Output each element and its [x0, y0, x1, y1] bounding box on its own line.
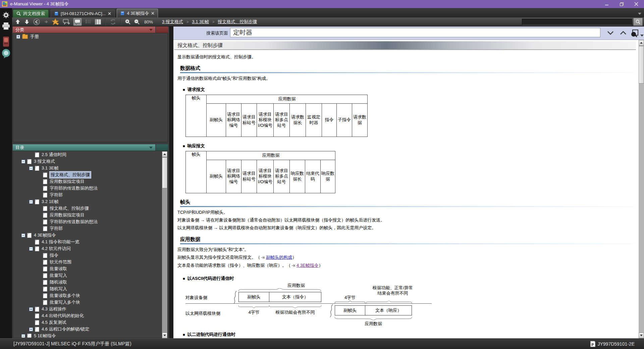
app-data-line1: 应用数据大致分为“副帧头”和“文本”。	[177, 247, 639, 253]
chevron-down-icon[interactable]	[640, 32, 644, 38]
find-next-icon[interactable]	[607, 30, 614, 37]
category-header-label: 分类	[15, 27, 24, 33]
page-icon	[43, 253, 47, 258]
app-icon	[2, 1, 7, 7]
copy-page-icon[interactable]	[630, 29, 639, 39]
chat-icon[interactable]	[2, 48, 10, 60]
toc-item[interactable]: 应用数据指定项目	[13, 212, 162, 218]
show-notes-icon[interactable]	[73, 18, 82, 26]
link-3e-frame-commands[interactable]: 4 3E帧指令	[297, 263, 319, 268]
find-prev-icon[interactable]	[620, 30, 627, 37]
table-cell: 指令	[322, 103, 337, 137]
category-item-manual[interactable]: 手册	[13, 33, 168, 40]
close-icon[interactable]	[151, 12, 154, 15]
toc-item[interactable]: 报文格式、控制步骤	[13, 205, 162, 212]
down-arrow-icon[interactable]	[24, 19, 30, 25]
up-arrow-icon[interactable]	[15, 19, 21, 25]
add-bookmark-icon[interactable]	[52, 18, 60, 26]
toc-item[interactable]: 4.2 软元件访问	[13, 245, 162, 252]
tab-cross-document-search[interactable]: 跨文档搜索	[13, 9, 49, 17]
zoom-out-icon[interactable]	[134, 19, 140, 25]
page-icon	[43, 193, 47, 198]
back-icon[interactable]	[33, 18, 40, 26]
toc-item[interactable]: 4.3 远程操作	[13, 306, 162, 312]
restore-button[interactable]	[619, 1, 625, 7]
toc-item[interactable]: 3 报文格式	[13, 158, 162, 165]
toc-item[interactable]: 4.1 指令和功能一览	[13, 239, 162, 245]
toc-item[interactable]: 随机读取	[13, 279, 162, 286]
close-icon[interactable]	[108, 12, 111, 15]
toc-item[interactable]: 软元件范围	[13, 259, 162, 265]
table-cell: 子指令	[337, 103, 352, 137]
expand-icon[interactable]	[16, 35, 20, 39]
toc-item[interactable]: 指令	[13, 252, 162, 259]
toc-item[interactable]: 5 1E帧指令	[13, 333, 162, 338]
scroll-down-button[interactable]	[639, 333, 644, 338]
expand-icon[interactable]	[29, 307, 33, 311]
toc-item[interactable]: 随机写入	[13, 286, 162, 292]
tab-document-1[interactable]: [SH-081271CHN-AC]...	[51, 9, 115, 17]
toc-scrollbar[interactable]	[162, 151, 167, 338]
collapse-icon[interactable]	[29, 200, 33, 204]
collapse-icon[interactable]	[21, 334, 25, 338]
refresh-icon[interactable]	[109, 18, 117, 25]
scroll-down-button[interactable]	[162, 333, 167, 338]
printer-icon[interactable]	[2, 22, 10, 32]
minimize-button[interactable]	[604, 1, 610, 7]
forward-icon[interactable]	[43, 19, 49, 24]
scrollbar-thumb[interactable]	[639, 46, 644, 84]
tab-list-dropdown-icon[interactable]	[638, 13, 641, 15]
toc-item[interactable]: 4.4 出错代码的初始化	[13, 312, 162, 319]
toc-item[interactable]: 字符部的传送数据的想法	[13, 218, 162, 225]
tab-document-2-active[interactable]: 4 3E帧指令	[117, 9, 158, 17]
toc-panel-header[interactable]: 目录	[13, 144, 168, 151]
toc-item[interactable]: 批量读取多个块	[13, 292, 162, 299]
expand-icon[interactable]	[29, 328, 33, 331]
chevron-down-icon[interactable]	[149, 29, 153, 31]
scroll-up-button[interactable]	[639, 40, 644, 46]
panel-splitter[interactable]	[169, 27, 174, 338]
toolbar-search-button[interactable]	[633, 18, 643, 26]
gear-icon[interactable]	[2, 11, 10, 21]
layout-columns-icon[interactable]	[95, 19, 101, 25]
page-icon	[43, 260, 47, 265]
panel-collapse-button[interactable]	[156, 144, 168, 151]
toolbar-separator	[120, 18, 121, 25]
toc-item[interactable]: 应用数据指定项目	[13, 178, 162, 185]
breadcrumb-link[interactable]: 报文格式、控制步骤	[218, 19, 257, 25]
collapse-icon[interactable]	[21, 160, 25, 163]
content-scrollbar[interactable]	[639, 40, 644, 338]
stamp-icon[interactable]	[2, 36, 10, 48]
add-note-icon[interactable]	[63, 18, 70, 25]
toc-item[interactable]: 4.6 远程口令的解锁/锁定	[13, 326, 162, 333]
category-panel-header[interactable]: 分类	[13, 27, 168, 33]
toc-item-selected[interactable]: 报文格式、控制步骤	[13, 171, 162, 178]
close-button[interactable]	[633, 1, 639, 7]
toc-item[interactable]: 字符部	[13, 192, 162, 198]
toc-item[interactable]: 字符部	[13, 225, 162, 232]
link-subheader-structure[interactable]: 副帧头的构成	[266, 255, 292, 260]
toc-item[interactable]: 批量读取	[13, 265, 162, 272]
breadcrumb-link[interactable]: 3.1 3E帧	[192, 19, 209, 25]
toc-item[interactable]: 字符部的传送数据的想法	[13, 185, 162, 192]
toc-item[interactable]: 批量写入多个块	[13, 299, 162, 306]
panel-collapse-button[interactable]	[156, 27, 168, 33]
toc-item[interactable]: 2.5 通信时间	[13, 151, 162, 158]
toc-item[interactable]: 4.5 反复测试	[13, 319, 162, 326]
zoom-in-icon[interactable]	[125, 19, 131, 25]
scroll-up-button[interactable]	[162, 151, 167, 157]
toc-item[interactable]: 3.1 3E帧	[13, 165, 162, 171]
toc-item[interactable]: 批量写入	[13, 272, 162, 279]
collapse-icon[interactable]	[29, 166, 33, 170]
page-icon	[43, 186, 47, 191]
toc-item[interactable]: 3.2 1E帧	[13, 198, 162, 205]
note-list-icon[interactable]	[85, 19, 92, 25]
toc-item[interactable]: 4 3E帧指令	[13, 232, 162, 239]
scrollbar-thumb[interactable]	[162, 157, 167, 188]
collapse-icon[interactable]	[29, 247, 33, 251]
page-search-input[interactable]	[230, 28, 600, 37]
toolbar-search-input[interactable]	[522, 19, 632, 25]
collapse-icon[interactable]	[21, 234, 25, 237]
chevron-down-icon[interactable]	[149, 147, 153, 149]
breadcrumb-link[interactable]: 3 报文格式	[162, 19, 183, 25]
